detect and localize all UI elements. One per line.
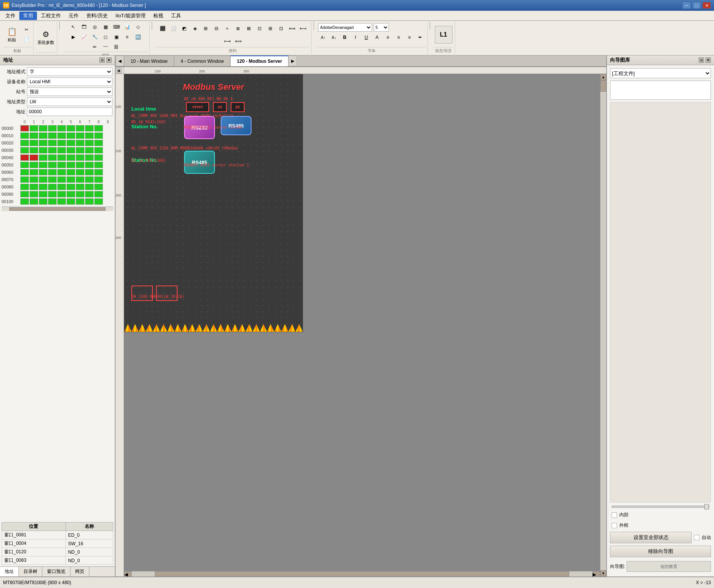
align10-btn[interactable]: ⊡: [255, 24, 265, 33]
addr-cell[interactable]: [76, 133, 84, 139]
addr-cell[interactable]: [20, 147, 29, 153]
addr-cell[interactable]: [20, 162, 29, 168]
table-row[interactable]: 窗口_0004SW_16: [2, 539, 113, 548]
addr-cell[interactable]: [94, 176, 103, 183]
addr-cell[interactable]: [67, 133, 75, 139]
tool4-btn[interactable]: 📊: [122, 22, 132, 32]
addr-cell[interactable]: [85, 155, 94, 161]
addr-cell[interactable]: [48, 155, 57, 161]
addr-cell[interactable]: [48, 125, 57, 131]
addr-cell[interactable]: [39, 191, 47, 197]
grid-hscroll[interactable]: [2, 207, 113, 211]
addr-cell[interactable]: [20, 155, 29, 161]
canvas-vscroll[interactable]: ▲ ▼: [600, 74, 606, 576]
addr-cell[interactable]: [67, 191, 75, 197]
addr-cell[interactable]: [39, 133, 47, 139]
station-select[interactable]: 预设: [27, 87, 112, 96]
tool9-btn[interactable]: ◻: [101, 32, 111, 42]
align-right-btn[interactable]: ≡: [404, 33, 414, 42]
align13-btn[interactable]: ⟺: [287, 24, 297, 33]
addr-cell[interactable]: [67, 147, 75, 153]
menu-common[interactable]: 常用: [19, 12, 37, 20]
addr-cell[interactable]: [20, 184, 29, 190]
tool3-btn[interactable]: ⌨: [111, 22, 121, 32]
hmi-slider[interactable]: [610, 505, 711, 509]
addr-cell[interactable]: [30, 169, 38, 175]
vscroll-down[interactable]: ▼: [600, 570, 606, 576]
addr-cell[interactable]: [76, 184, 84, 190]
btab-address[interactable]: 地址: [0, 567, 19, 576]
align4-btn[interactable]: ◈: [190, 24, 200, 33]
align7-btn[interactable]: ≈: [222, 24, 232, 33]
align15-btn[interactable]: ⟼: [222, 37, 232, 46]
hscroll-right[interactable]: ▶: [592, 571, 600, 576]
font-color-btn[interactable]: A: [372, 33, 382, 42]
menu-project[interactable]: 工程文件: [37, 12, 65, 20]
addr-cell[interactable]: [30, 191, 38, 197]
addr-cell[interactable]: [76, 140, 84, 146]
addr-cell[interactable]: [57, 140, 66, 146]
align8-btn[interactable]: ≣: [233, 24, 243, 33]
tool15-btn[interactable]: ⛓: [111, 42, 121, 52]
addr-cell[interactable]: [20, 169, 29, 175]
box2[interactable]: [156, 286, 178, 301]
vscroll-up[interactable]: ▲: [600, 74, 606, 80]
addr-cell[interactable]: [76, 198, 84, 205]
addr-cell[interactable]: [30, 155, 38, 161]
addr-cell[interactable]: [76, 155, 84, 161]
addr-cell[interactable]: [57, 133, 66, 139]
addr-cell[interactable]: [94, 198, 103, 205]
tab-modbus-server[interactable]: 120 - Modbus Server: [230, 55, 288, 66]
addr-cell[interactable]: [48, 176, 57, 183]
addr-cell[interactable]: [94, 191, 103, 197]
minimize-btn[interactable]: ─: [682, 2, 691, 9]
addr-cell[interactable]: [30, 184, 38, 190]
addr-cell[interactable]: [20, 133, 29, 139]
menu-file[interactable]: 文件: [2, 12, 19, 20]
addr-cell[interactable]: [20, 198, 29, 205]
time-display1[interactable]: #####: [186, 102, 209, 112]
addr-cell[interactable]: [20, 125, 29, 131]
hmi-search-area[interactable]: [610, 81, 711, 100]
panel-close-btn[interactable]: ✕: [106, 57, 112, 63]
hmi-auto-cb[interactable]: [694, 535, 699, 540]
hmi-slider-thumb[interactable]: [704, 504, 709, 509]
align11-btn[interactable]: ⊞: [265, 24, 275, 33]
addr-cell[interactable]: [76, 147, 84, 153]
align-center-btn[interactable]: ≡: [394, 33, 404, 42]
tool6-btn[interactable]: ▶: [68, 32, 78, 42]
addr-cell[interactable]: [85, 125, 94, 131]
tab-common-window[interactable]: 4 - Common Window: [174, 55, 230, 66]
panel-float-btn[interactable]: ◇: [99, 57, 105, 63]
addr-cell[interactable]: [85, 140, 94, 146]
addr-cell[interactable]: [48, 133, 57, 139]
addr-cell[interactable]: [67, 162, 75, 168]
addr-cell[interactable]: [39, 198, 47, 205]
hmi-slider-track[interactable]: [612, 506, 709, 508]
cut-btn[interactable]: ✂: [22, 25, 32, 34]
addr-cell[interactable]: [39, 140, 47, 146]
menu-component[interactable]: 元件: [65, 12, 82, 20]
vscroll-thumb[interactable]: [600, 80, 606, 92]
align5-btn[interactable]: ⊞: [201, 24, 211, 33]
addr-cell[interactable]: [85, 133, 94, 139]
addr-cell[interactable]: [39, 162, 47, 168]
addr-cell[interactable]: [48, 162, 57, 168]
menu-view[interactable]: 检视: [149, 12, 167, 20]
addr-cell[interactable]: [76, 162, 84, 168]
addr-cell[interactable]: [85, 162, 94, 168]
addr-cell[interactable]: [48, 184, 57, 190]
tool14-btn[interactable]: 〰: [101, 42, 111, 52]
addr-cell[interactable]: [94, 125, 103, 131]
font-select[interactable]: AdobeDevanagari: [318, 23, 372, 32]
addr-cell[interactable]: [67, 169, 75, 175]
addr-cell[interactable]: [57, 147, 66, 153]
canvas-scroll-area[interactable]: Modbus Server Local time ##### ## ## NE_…: [124, 74, 600, 571]
addr-cell[interactable]: [57, 125, 66, 131]
addr-cell[interactable]: [57, 184, 66, 190]
hmi-frame-cb[interactable]: [612, 523, 617, 528]
addr-cell[interactable]: [67, 155, 75, 161]
tool2-btn[interactable]: ▦: [101, 22, 111, 32]
addr-cell[interactable]: [30, 198, 38, 205]
addr-cell[interactable]: [30, 176, 38, 183]
